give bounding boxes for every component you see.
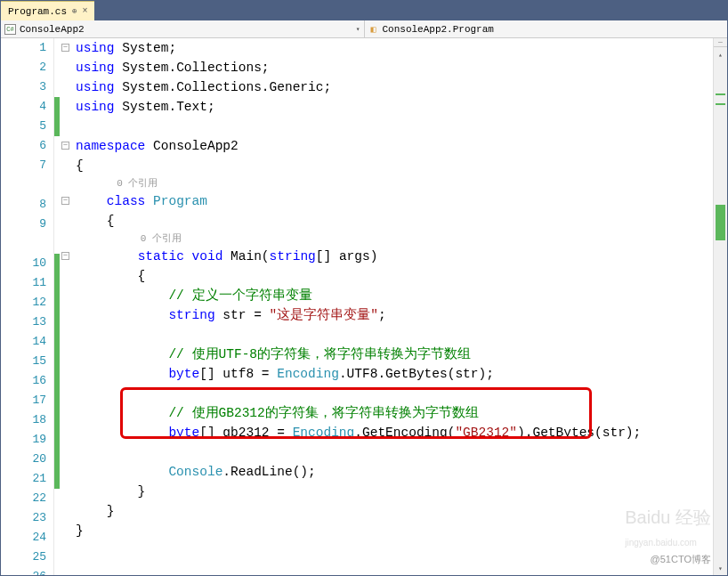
pin-icon[interactable]: ⊕ xyxy=(72,6,77,16)
chevron-down-icon: ▾ xyxy=(356,25,360,33)
codelens-refs[interactable]: 0 个引用 xyxy=(117,178,158,189)
fold-toggle[interactable]: − xyxy=(61,197,69,205)
fold-toggle[interactable]: − xyxy=(61,44,69,52)
watermark: Baidu 经验 jingyan.baidu.com xyxy=(625,506,711,550)
nav-scope-text: ConsoleApp2 xyxy=(20,24,85,35)
watermark-attribution: @51CTO博客 xyxy=(651,553,711,566)
nav-scope-dropdown[interactable]: C# ConsoleApp2 ▾ xyxy=(1,20,365,37)
nav-member-dropdown[interactable]: ◧ ConsoleApp2.Program xyxy=(365,20,728,37)
file-tab[interactable]: Program.cs ⊕ × xyxy=(1,1,94,20)
close-icon[interactable]: × xyxy=(82,6,87,16)
fold-toggle[interactable]: − xyxy=(61,252,69,260)
fold-toggle[interactable]: − xyxy=(61,142,69,150)
nav-member-text: ConsoleApp2.Program xyxy=(383,24,494,35)
csharp-icon: C# xyxy=(4,24,16,35)
class-icon: ◧ xyxy=(368,24,379,35)
scroll-down-icon[interactable]: ▾ xyxy=(714,561,727,575)
tab-bar: Program.cs ⊕ × xyxy=(1,1,727,20)
codelens-refs[interactable]: 0 个引用 xyxy=(141,233,182,244)
code-editor[interactable]: 12345 6789 10111213 1415161718 192021222… xyxy=(1,38,727,575)
tab-filename: Program.cs xyxy=(8,6,67,17)
fold-column: − − − − xyxy=(60,38,76,575)
vertical-scrollbar[interactable]: ─ ▴ ▾ xyxy=(713,38,727,575)
navigation-bar: C# ConsoleApp2 ▾ ◧ ConsoleApp2.Program xyxy=(1,20,727,38)
line-number-gutter: 12345 6789 10111213 1415161718 192021222… xyxy=(1,38,54,575)
code-area[interactable]: using System; using System.Collections; … xyxy=(76,38,713,575)
split-handle[interactable]: ─ xyxy=(714,38,727,47)
